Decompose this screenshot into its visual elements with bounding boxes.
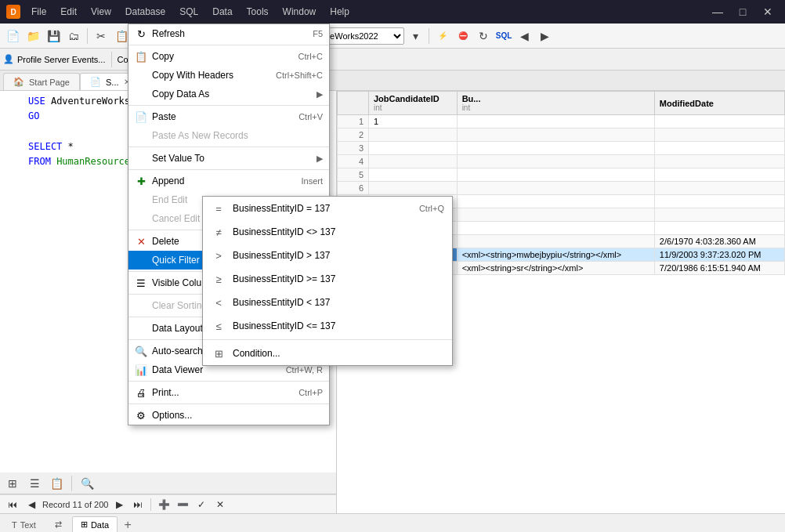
cm-print-shortcut: Ctrl+P [298,388,323,397]
eq-icon: = [211,201,226,216]
sm-eq[interactable]: = BusinessEntityID = 137 Ctrl+Q [203,197,452,220]
paste-icon: 📄 [135,110,147,123]
cm-paste-new-label: Paste As New Records [152,130,323,141]
sm-eq-shortcut: Ctrl+Q [419,204,444,213]
cm-print[interactable]: 🖨 Print... Ctrl+P [128,383,329,402]
sm-gte[interactable]: ≥ BusinessEntityID >= 137 [203,267,452,291]
cm-refresh[interactable]: ↻ Refresh F5 [128,24,329,43]
set-value-icon [135,152,147,165]
quick-filter-icon [135,254,147,266]
cm-set-value-label: Set Value To [152,153,312,164]
cm-refresh-label: Refresh [152,28,308,39]
cm-print-label: Print... [152,387,294,398]
cm-set-value-arrow: ▶ [317,154,323,164]
paste-new-icon [135,129,147,142]
sm-neq-label: BusinessEntityID <> 137 [233,226,444,237]
context-overlay: ↻ Refresh F5 📋 Copy Ctrl+C Copy With Hea… [0,0,785,532]
sm-lte-label: BusinessEntityID <= 137 [233,320,444,331]
cm-copy-label: Copy [152,51,294,62]
sm-neq[interactable]: ≠ BusinessEntityID <> 137 [203,220,452,244]
cm-copy-headers[interactable]: Copy With Headers Ctrl+Shift+C [128,66,329,85]
cm-copy[interactable]: 📋 Copy Ctrl+C [128,47,329,66]
quick-filter-submenu[interactable]: = BusinessEntityID = 137 Ctrl+Q ≠ Busine… [202,196,453,366]
gt-icon: > [211,248,226,263]
lte-icon: ≤ [211,318,226,334]
cm-paste-label: Paste [152,111,294,122]
sm-gte-label: BusinessEntityID >= 137 [233,273,444,284]
sm-lte[interactable]: ≤ BusinessEntityID <= 137 [203,314,452,338]
cm-copy-shortcut: Ctrl+C [298,52,323,61]
cm-append-shortcut: Insert [301,176,323,186]
cm-append-label: Append [152,176,296,186]
sm-gt-label: BusinessEntityID > 137 [233,250,444,261]
lt-icon: < [211,295,226,310]
cm-copy-data-as[interactable]: Copy Data As ▶ [128,85,329,103]
copy-icon: 📋 [135,50,147,63]
cm-sep-4 [128,169,329,170]
cm-sep-1 [128,45,329,45]
cm-copy-data-as-arrow: ▶ [317,89,323,100]
cm-copy-headers-shortcut: Ctrl+Shift+C [276,71,323,80]
cm-sep-3 [128,147,329,147]
data-layout-icon [135,322,147,335]
cm-data-viewer-label: Data Viewer [152,364,281,375]
gte-icon: ≥ [211,271,226,287]
end-edit-icon [135,194,147,206]
cm-copy-headers-label: Copy With Headers [152,70,271,81]
cm-paste-shortcut: Ctrl+V [298,112,323,121]
clear-sorting-icon [135,299,147,312]
sm-sep-1 [203,339,452,340]
data-viewer-icon: 📊 [135,364,147,376]
copy-data-as-icon [135,88,147,100]
cm-data-viewer-shortcut: Ctrl+W, R [286,365,323,375]
cm-paste-new[interactable]: Paste As New Records [128,126,329,145]
append-icon: ✚ [135,175,147,187]
cm-refresh-shortcut: F5 [313,29,323,38]
sm-gt[interactable]: > BusinessEntityID > 137 [203,244,452,267]
refresh-icon: ↻ [135,27,147,40]
cm-options[interactable]: ⚙ Options... [128,406,329,425]
cm-paste[interactable]: 📄 Paste Ctrl+V [128,107,329,126]
cm-set-value[interactable]: Set Value To ▶ [128,149,329,168]
cm-sep-10 [128,381,329,382]
cm-sep-11 [128,404,329,404]
condition-icon: ⊞ [211,346,226,361]
auto-search-icon: 🔍 [135,345,147,357]
cancel-edit-icon [135,212,147,225]
visible-cols-icon: ☰ [135,277,147,289]
sm-lt[interactable]: < BusinessEntityID < 137 [203,291,452,314]
print-icon: 🖨 [135,386,147,399]
cm-sep-2 [128,105,329,106]
cm-copy-data-as-label: Copy Data As [152,89,312,100]
neq-icon: ≠ [211,224,226,240]
cm-append[interactable]: ✚ Append Insert [128,172,329,190]
delete-icon: ✕ [135,235,147,248]
cm-options-label: Options... [152,410,323,421]
sm-condition[interactable]: ⊞ Condition... [203,342,452,365]
options-icon: ⚙ [135,409,147,422]
sm-condition-label: Condition... [233,348,444,359]
copy-headers-icon [135,69,147,81]
sm-eq-label: BusinessEntityID = 137 [233,203,413,214]
sm-lt-label: BusinessEntityID < 137 [233,297,444,308]
